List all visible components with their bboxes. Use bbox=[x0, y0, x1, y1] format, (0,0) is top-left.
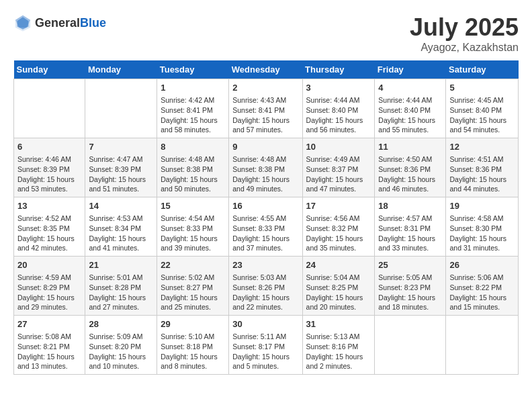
calendar-cell: 19Sunrise: 4:58 AMSunset: 8:30 PMDayligh… bbox=[446, 197, 519, 257]
calendar-cell: 5Sunrise: 4:45 AMSunset: 8:40 PMDaylight… bbox=[446, 79, 519, 138]
day-info: Sunrise: 4:54 AMSunset: 8:33 PMDaylight:… bbox=[161, 214, 225, 253]
calendar-cell: 11Sunrise: 4:50 AMSunset: 8:36 PMDayligh… bbox=[375, 138, 446, 197]
day-number: 25 bbox=[378, 259, 442, 271]
calendar-cell bbox=[375, 316, 446, 375]
day-number: 2 bbox=[232, 82, 298, 94]
weekday-header-wednesday: Wednesday bbox=[229, 60, 302, 79]
day-info: Sunrise: 4:42 AMSunset: 8:41 PMDaylight:… bbox=[161, 95, 225, 135]
day-info: Sunrise: 5:09 AMSunset: 8:20 PMDaylight:… bbox=[89, 332, 153, 371]
calendar-cell: 12Sunrise: 4:51 AMSunset: 8:36 PMDayligh… bbox=[446, 138, 519, 197]
calendar-week-4: 20Sunrise: 4:59 AMSunset: 8:29 PMDayligh… bbox=[14, 257, 519, 316]
calendar-cell: 1Sunrise: 4:42 AMSunset: 8:41 PMDaylight… bbox=[157, 79, 229, 138]
calendar-cell: 14Sunrise: 4:53 AMSunset: 8:34 PMDayligh… bbox=[85, 197, 157, 257]
day-info: Sunrise: 5:10 AMSunset: 8:18 PMDaylight:… bbox=[161, 332, 225, 371]
day-number: 3 bbox=[306, 82, 371, 94]
calendar-cell: 17Sunrise: 4:56 AMSunset: 8:32 PMDayligh… bbox=[302, 197, 375, 257]
day-info: Sunrise: 4:43 AMSunset: 8:41 PMDaylight:… bbox=[232, 95, 298, 135]
day-number: 1 bbox=[161, 82, 225, 94]
day-info: Sunrise: 5:08 AMSunset: 8:21 PMDaylight:… bbox=[17, 332, 81, 371]
day-info: Sunrise: 4:55 AMSunset: 8:33 PMDaylight:… bbox=[232, 214, 298, 253]
day-number: 21 bbox=[89, 259, 153, 271]
calendar-body: 1Sunrise: 4:42 AMSunset: 8:41 PMDaylight… bbox=[14, 79, 519, 375]
day-number: 7 bbox=[89, 141, 153, 153]
calendar-week-1: 1Sunrise: 4:42 AMSunset: 8:41 PMDaylight… bbox=[14, 79, 519, 138]
calendar-cell bbox=[85, 79, 157, 138]
day-info: Sunrise: 4:51 AMSunset: 8:36 PMDaylight:… bbox=[449, 154, 515, 194]
weekday-header-saturday: Saturday bbox=[446, 60, 519, 79]
calendar-week-5: 27Sunrise: 5:08 AMSunset: 8:21 PMDayligh… bbox=[14, 316, 519, 375]
day-info: Sunrise: 4:50 AMSunset: 8:36 PMDaylight:… bbox=[378, 154, 442, 194]
calendar-cell: 16Sunrise: 4:55 AMSunset: 8:33 PMDayligh… bbox=[229, 197, 302, 257]
weekday-header-friday: Friday bbox=[375, 60, 446, 79]
day-number: 16 bbox=[232, 200, 298, 212]
day-info: Sunrise: 5:13 AMSunset: 8:16 PMDaylight:… bbox=[306, 332, 371, 371]
weekday-header-row: SundayMondayTuesdayWednesdayThursdayFrid… bbox=[14, 60, 519, 79]
weekday-header-thursday: Thursday bbox=[302, 60, 375, 79]
day-number: 20 bbox=[17, 259, 81, 271]
day-number: 26 bbox=[449, 259, 515, 271]
calendar-cell: 4Sunrise: 4:44 AMSunset: 8:40 PMDaylight… bbox=[375, 79, 446, 138]
day-info: Sunrise: 5:05 AMSunset: 8:23 PMDaylight:… bbox=[378, 273, 442, 312]
calendar-cell: 18Sunrise: 4:57 AMSunset: 8:31 PMDayligh… bbox=[375, 197, 446, 257]
calendar-cell: 8Sunrise: 4:48 AMSunset: 8:38 PMDaylight… bbox=[157, 138, 229, 197]
day-info: Sunrise: 4:49 AMSunset: 8:37 PMDaylight:… bbox=[306, 154, 371, 194]
calendar-cell: 15Sunrise: 4:54 AMSunset: 8:33 PMDayligh… bbox=[157, 197, 229, 257]
day-number: 9 bbox=[232, 141, 298, 153]
day-info: Sunrise: 4:58 AMSunset: 8:30 PMDaylight:… bbox=[449, 214, 515, 253]
day-info: Sunrise: 5:01 AMSunset: 8:28 PMDaylight:… bbox=[89, 273, 153, 312]
day-info: Sunrise: 4:48 AMSunset: 8:38 PMDaylight:… bbox=[232, 154, 298, 194]
day-number: 5 bbox=[449, 82, 515, 94]
weekday-header-monday: Monday bbox=[85, 60, 157, 79]
day-number: 6 bbox=[17, 141, 81, 153]
day-number: 18 bbox=[378, 200, 442, 212]
calendar-cell: 7Sunrise: 4:47 AMSunset: 8:39 PMDaylight… bbox=[85, 138, 157, 197]
logo-text: GeneralBlue bbox=[35, 16, 106, 30]
day-info: Sunrise: 4:44 AMSunset: 8:40 PMDaylight:… bbox=[378, 95, 442, 135]
weekday-header-tuesday: Tuesday bbox=[157, 60, 229, 79]
calendar-week-3: 13Sunrise: 4:52 AMSunset: 8:35 PMDayligh… bbox=[14, 197, 519, 257]
calendar-title: July 2025 bbox=[410, 13, 519, 42]
calendar-week-2: 6Sunrise: 4:46 AMSunset: 8:39 PMDaylight… bbox=[14, 138, 519, 197]
calendar-cell: 3Sunrise: 4:44 AMSunset: 8:40 PMDaylight… bbox=[302, 79, 375, 138]
day-number: 19 bbox=[449, 200, 515, 212]
calendar-cell: 31Sunrise: 5:13 AMSunset: 8:16 PMDayligh… bbox=[302, 316, 375, 375]
day-number: 31 bbox=[306, 318, 371, 330]
calendar-cell: 9Sunrise: 4:48 AMSunset: 8:38 PMDaylight… bbox=[229, 138, 302, 197]
day-number: 27 bbox=[17, 318, 81, 330]
calendar-cell: 10Sunrise: 4:49 AMSunset: 8:37 PMDayligh… bbox=[302, 138, 375, 197]
day-number: 24 bbox=[306, 259, 371, 271]
day-number: 17 bbox=[306, 200, 371, 212]
day-info: Sunrise: 5:02 AMSunset: 8:27 PMDaylight:… bbox=[161, 273, 225, 312]
logo-general: General bbox=[35, 16, 80, 30]
calendar-cell: 13Sunrise: 4:52 AMSunset: 8:35 PMDayligh… bbox=[14, 197, 85, 257]
day-number: 10 bbox=[306, 141, 371, 153]
day-info: Sunrise: 5:03 AMSunset: 8:26 PMDaylight:… bbox=[232, 273, 298, 312]
calendar-cell: 20Sunrise: 4:59 AMSunset: 8:29 PMDayligh… bbox=[14, 257, 85, 316]
title-block: July 2025 Ayagoz, Kazakhstan bbox=[410, 13, 519, 54]
calendar-cell: 30Sunrise: 5:11 AMSunset: 8:17 PMDayligh… bbox=[229, 316, 302, 375]
day-info: Sunrise: 4:48 AMSunset: 8:38 PMDaylight:… bbox=[161, 154, 225, 194]
day-number: 14 bbox=[89, 200, 153, 212]
day-number: 12 bbox=[449, 141, 515, 153]
calendar-cell: 24Sunrise: 5:04 AMSunset: 8:25 PMDayligh… bbox=[302, 257, 375, 316]
logo-icon bbox=[13, 13, 32, 32]
calendar-cell bbox=[446, 316, 519, 375]
day-info: Sunrise: 5:06 AMSunset: 8:22 PMDaylight:… bbox=[449, 273, 515, 312]
day-number: 29 bbox=[161, 318, 225, 330]
day-number: 30 bbox=[232, 318, 298, 330]
day-number: 15 bbox=[161, 200, 225, 212]
logo-blue: Blue bbox=[80, 16, 106, 30]
page-header: GeneralBlue July 2025 Ayagoz, Kazakhstan bbox=[13, 13, 519, 54]
day-number: 13 bbox=[17, 200, 81, 212]
calendar-cell: 27Sunrise: 5:08 AMSunset: 8:21 PMDayligh… bbox=[14, 316, 85, 375]
day-number: 4 bbox=[378, 82, 442, 94]
day-info: Sunrise: 4:44 AMSunset: 8:40 PMDaylight:… bbox=[306, 95, 371, 135]
calendar-cell: 29Sunrise: 5:10 AMSunset: 8:18 PMDayligh… bbox=[157, 316, 229, 375]
day-number: 8 bbox=[161, 141, 225, 153]
calendar-table: SundayMondayTuesdayWednesdayThursdayFrid… bbox=[13, 60, 519, 375]
day-info: Sunrise: 5:11 AMSunset: 8:17 PMDaylight:… bbox=[232, 332, 298, 371]
calendar-cell: 21Sunrise: 5:01 AMSunset: 8:28 PMDayligh… bbox=[85, 257, 157, 316]
day-info: Sunrise: 4:45 AMSunset: 8:40 PMDaylight:… bbox=[449, 95, 515, 135]
day-number: 28 bbox=[89, 318, 153, 330]
calendar-cell: 25Sunrise: 5:05 AMSunset: 8:23 PMDayligh… bbox=[375, 257, 446, 316]
